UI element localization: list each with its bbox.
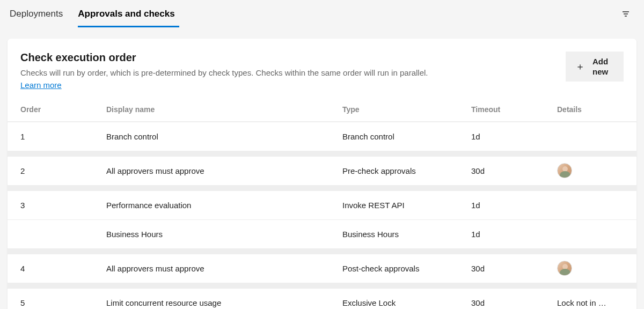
add-new-label: Add new bbox=[592, 56, 614, 77]
cell-display-name: All approvers must approve bbox=[106, 264, 342, 273]
filter-icon bbox=[621, 10, 630, 18]
cell-type: Pre-check approvals bbox=[342, 166, 471, 175]
card-header-text: Check execution order Checks will run by… bbox=[20, 52, 566, 90]
cell-display-name: All approvers must approve bbox=[106, 166, 342, 175]
tab-approvals-and-checks[interactable]: Approvals and checks bbox=[78, 1, 184, 27]
cell-display-name: Limit concurrent resource usage bbox=[106, 298, 342, 307]
cell-type: Business Hours bbox=[342, 230, 471, 239]
cell-order: 2 bbox=[20, 166, 106, 175]
checks-card: Check execution order Checks will run by… bbox=[8, 39, 636, 309]
card-header: Check execution order Checks will run by… bbox=[8, 39, 636, 98]
col-display-name: Display name bbox=[106, 105, 342, 114]
cell-timeout: 1d bbox=[471, 132, 557, 141]
col-order: Order bbox=[20, 105, 106, 114]
group-gap bbox=[8, 248, 636, 254]
card-description: Checks will run by order, which is pre-d… bbox=[20, 67, 566, 79]
card-title: Check execution order bbox=[20, 52, 566, 64]
tab-bar: Deployments Approvals and checks bbox=[0, 0, 644, 28]
cell-timeout: 30d bbox=[471, 264, 557, 273]
cell-order: 4 bbox=[20, 264, 106, 273]
cell-order: 3 bbox=[20, 201, 106, 210]
add-new-button[interactable]: ＋ Add new bbox=[566, 52, 624, 82]
cell-display-name: Performance evaluation bbox=[106, 201, 342, 210]
table-row[interactable]: 4All approvers must approvePost-check ap… bbox=[8, 254, 636, 283]
group-gap bbox=[8, 151, 636, 156]
col-timeout: Timeout bbox=[471, 105, 557, 114]
cell-timeout: 30d bbox=[471, 166, 557, 175]
cell-type: Exclusive Lock bbox=[342, 298, 471, 307]
filter-button[interactable] bbox=[617, 5, 634, 23]
cell-display-name: Branch control bbox=[106, 132, 342, 141]
table-row[interactable]: Business HoursBusiness Hours1d bbox=[8, 219, 636, 248]
cell-order: 5 bbox=[20, 298, 106, 307]
table-body: 1Branch controlBranch control1d2All appr… bbox=[8, 122, 636, 310]
avatar bbox=[557, 261, 572, 276]
table-row[interactable]: 2All approvers must approvePre-check app… bbox=[8, 156, 636, 185]
learn-more-link[interactable]: Learn more bbox=[20, 80, 62, 90]
group-gap bbox=[8, 283, 636, 288]
plus-icon: ＋ bbox=[575, 60, 585, 73]
group-gap bbox=[8, 185, 636, 190]
tab-deployments[interactable]: Deployments bbox=[10, 1, 72, 27]
cell-details bbox=[557, 261, 624, 276]
cell-details bbox=[557, 163, 624, 178]
avatar bbox=[557, 163, 572, 178]
cell-details: Lock not in … bbox=[557, 298, 624, 307]
table-row[interactable]: 5Limit concurrent resource usageExclusiv… bbox=[8, 288, 636, 310]
cell-type: Branch control bbox=[342, 132, 471, 141]
cell-type: Invoke REST API bbox=[342, 201, 471, 210]
table-row[interactable]: 1Branch controlBranch control1d bbox=[8, 122, 636, 151]
col-details: Details bbox=[557, 105, 624, 114]
cell-order: 1 bbox=[20, 132, 106, 141]
table-row[interactable]: 3Performance evaluationInvoke REST API1d bbox=[8, 190, 636, 219]
table-header: Order Display name Type Timeout Details bbox=[8, 98, 636, 122]
cell-timeout: 1d bbox=[471, 230, 557, 239]
col-type: Type bbox=[342, 105, 471, 114]
cell-timeout: 1d bbox=[471, 201, 557, 210]
cell-timeout: 30d bbox=[471, 298, 557, 307]
cell-display-name: Business Hours bbox=[106, 230, 342, 239]
cell-type: Post-check approvals bbox=[342, 264, 471, 273]
